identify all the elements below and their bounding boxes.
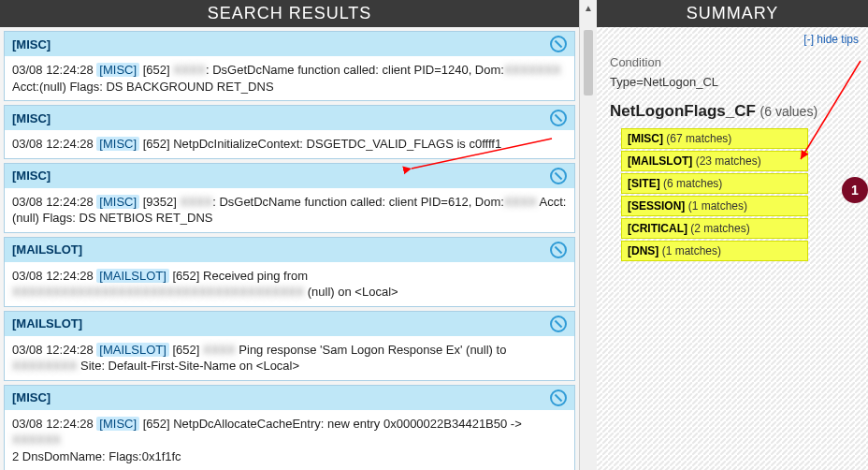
redacted-text: XXXX xyxy=(504,195,537,209)
redacted-text: XXXX xyxy=(203,343,236,357)
redacted-text: XXXXXX xyxy=(12,433,61,447)
result-group[interactable]: [MAILSLOT] 03/08 12:24:28 [MAILSLOT] [65… xyxy=(4,237,575,307)
filter-icon[interactable] xyxy=(550,316,567,332)
result-group[interactable]: [MISC] 03/08 12:24:28 [MISC] [652] NetpD… xyxy=(4,385,575,470)
scrollbar[interactable]: ▲ xyxy=(580,0,597,470)
facet-item[interactable]: [DNS] (1 matches) xyxy=(621,241,808,261)
facet-item[interactable]: [CRITICAL] (2 matches) xyxy=(621,218,808,239)
condition-value: Type=NetLogon_CL xyxy=(610,75,855,89)
search-results-panel: SEARCH RESULTS [MISC] 03/08 12:24:28 [MI… xyxy=(0,0,580,470)
condition-label: Condition xyxy=(610,55,855,69)
result-group[interactable]: [MAILSLOT] 03/08 12:24:28 [MAILSLOT] [65… xyxy=(4,311,575,381)
facet-item[interactable]: [MISC] (67 matches) xyxy=(621,128,808,149)
hide-tips-link[interactable]: [-] hide tips xyxy=(597,27,868,51)
group-label: [MISC] xyxy=(12,111,51,125)
group-label: [MAILSLOT] xyxy=(12,316,82,330)
tag-pill[interactable]: [MAILSLOT] xyxy=(96,269,169,283)
facet-item[interactable]: [SESSION] (1 matches) xyxy=(621,196,808,216)
redacted-text: XXXX xyxy=(173,63,206,77)
log-entry[interactable]: 03/08 12:24:28 [MISC] [652] XXXX: DsGetD… xyxy=(5,56,574,100)
tag-pill[interactable]: [MISC] xyxy=(96,195,139,209)
redacted-text: XXXXXXXXXXXXXXXXXXXXXXXXXXXXXXXXXXXX xyxy=(12,285,304,299)
group-header[interactable]: [MISC] xyxy=(5,106,574,130)
facet-title: NetLogonFlags_CF (6 values) xyxy=(610,102,855,121)
facet-item[interactable]: [SITE] (6 matches) xyxy=(621,173,808,194)
result-group[interactable]: [MISC] 03/08 12:24:28 [MISC] [652] NetpD… xyxy=(4,105,575,159)
filter-icon[interactable] xyxy=(550,36,567,52)
log-entry[interactable]: 03/08 12:24:28 [MISC] [652] NetpDcAlloca… xyxy=(5,410,574,470)
group-header[interactable]: [MAILSLOT] xyxy=(5,312,574,336)
facet-list: [MISC] (67 matches) [MAILSLOT] (23 match… xyxy=(621,128,844,261)
group-label: [MISC] xyxy=(12,37,51,51)
tag-pill[interactable]: [MISC] xyxy=(96,63,139,77)
result-group[interactable]: [MISC] 03/08 12:24:28 [MISC] [652] XXXX:… xyxy=(4,31,575,101)
result-group[interactable]: [MISC] 03/08 12:24:28 [MISC] [9352] XXXX… xyxy=(4,163,575,233)
results-list[interactable]: [MISC] 03/08 12:24:28 [MISC] [652] XXXX:… xyxy=(0,27,579,470)
redacted-text: XXXXXXX xyxy=(504,63,561,77)
group-header[interactable]: [MISC] xyxy=(5,32,574,56)
log-entry[interactable]: 03/08 12:24:28 [MISC] [9352] XXXX: DsGet… xyxy=(5,188,574,232)
facet-item[interactable]: [MAILSLOT] (23 matches) xyxy=(621,151,808,171)
log-entry[interactable]: 03/08 12:24:28 [MAILSLOT] [652] Received… xyxy=(5,262,574,306)
tag-pill[interactable]: [MISC] xyxy=(96,137,139,151)
filter-icon[interactable] xyxy=(550,242,567,258)
filter-icon[interactable] xyxy=(550,110,567,126)
tag-pill[interactable]: [MISC] xyxy=(96,417,139,431)
log-entry[interactable]: 03/08 12:24:28 [MAILSLOT] [652] XXXX Pin… xyxy=(5,336,574,380)
group-label: [MISC] xyxy=(12,390,51,404)
group-header[interactable]: [MISC] xyxy=(5,386,574,410)
summary-panel: SUMMARY [-] hide tips Condition Type=Net… xyxy=(597,0,868,470)
tag-pill[interactable]: [MAILSLOT] xyxy=(96,343,169,357)
redacted-text: XXXXXXXX xyxy=(12,359,77,373)
scroll-thumb[interactable] xyxy=(584,30,593,95)
log-entry[interactable]: 03/08 12:24:28 [MISC] [652] NetpDcInitia… xyxy=(5,130,574,158)
filter-icon[interactable] xyxy=(550,168,567,184)
group-label: [MAILSLOT] xyxy=(12,242,82,257)
redacted-text: XXXX xyxy=(180,195,212,209)
group-header[interactable]: [MAILSLOT] xyxy=(5,238,574,262)
group-header[interactable]: [MISC] xyxy=(5,164,574,188)
search-results-title: SEARCH RESULTS xyxy=(0,0,579,27)
annotation-badge: 1 xyxy=(842,177,868,203)
summary-title: SUMMARY xyxy=(597,0,868,27)
filter-icon[interactable] xyxy=(550,389,567,406)
scroll-up-icon[interactable]: ▲ xyxy=(580,0,597,15)
group-label: [MISC] xyxy=(12,169,51,183)
